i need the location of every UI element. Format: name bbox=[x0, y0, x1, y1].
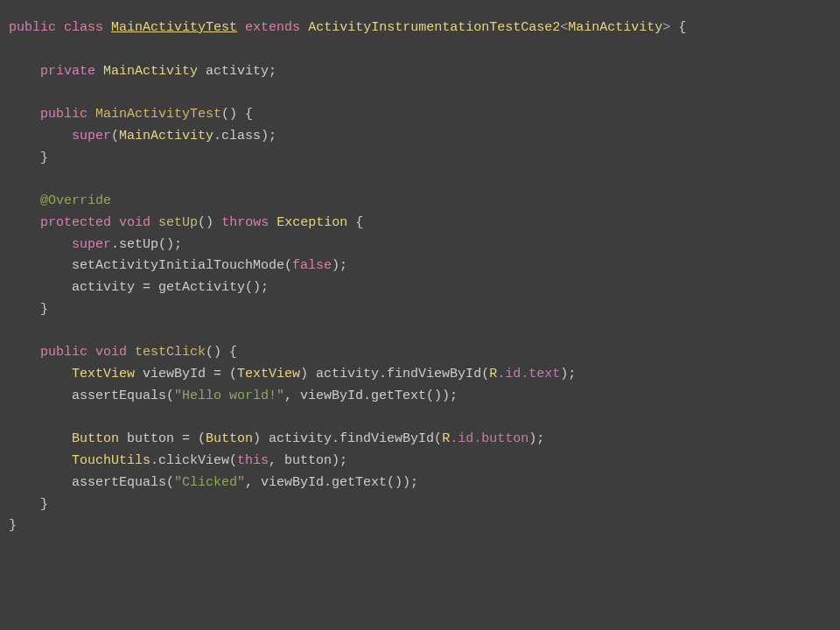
generic-close: > bbox=[662, 20, 670, 35]
set-touch-mode: setActivityInitialTouchMode( bbox=[72, 258, 292, 273]
r-class-2: R bbox=[442, 431, 450, 446]
var-viewbyid: viewById = ( bbox=[143, 367, 237, 382]
assert-rest-2: , viewById.getText()); bbox=[245, 475, 418, 490]
brace-close: } bbox=[40, 302, 48, 317]
call-end: ); bbox=[332, 258, 347, 273]
clickview-call: .clickView( bbox=[150, 453, 237, 468]
keyword-public: public bbox=[40, 107, 88, 122]
r-id-text: .id.text bbox=[497, 367, 560, 382]
findviewbyid-button: ) activity.findViewById( bbox=[253, 431, 442, 446]
class-suffix: .class); bbox=[214, 129, 276, 144]
touchutils-class: TouchUtils bbox=[72, 453, 150, 468]
parens: () bbox=[198, 215, 214, 230]
ctor-params: () { bbox=[221, 107, 253, 122]
button-type: Button bbox=[72, 431, 119, 446]
keyword-super: super bbox=[72, 129, 111, 144]
findviewbyid: ) activity.findViewById( bbox=[300, 367, 489, 382]
keyword-public: public bbox=[9, 20, 56, 35]
constructor-name: MainActivityTest bbox=[95, 107, 221, 122]
brace-open: { bbox=[347, 215, 363, 230]
literal-false: false bbox=[292, 258, 332, 273]
method-rest: () { bbox=[206, 345, 237, 360]
super-class: ActivityInstrumentationTestCase2 bbox=[308, 20, 560, 35]
keyword-private: private bbox=[40, 64, 95, 79]
cast-button: Button bbox=[206, 431, 253, 446]
field-type: MainActivity bbox=[103, 64, 198, 79]
keyword-protected: protected bbox=[40, 215, 111, 230]
r-class: R bbox=[489, 367, 497, 382]
string-clicked: "Clicked" bbox=[174, 475, 245, 490]
field-name: activity; bbox=[206, 64, 276, 79]
code-block: public class MainActivityTest extends Ac… bbox=[0, 0, 840, 546]
line-end-2: ); bbox=[528, 431, 544, 446]
class-name: MainActivityTest bbox=[111, 20, 237, 35]
annotation-override: @Override bbox=[40, 193, 111, 208]
keyword-class: class bbox=[64, 20, 103, 35]
keyword-throws: throws bbox=[221, 215, 269, 230]
keyword-extends: extends bbox=[245, 20, 300, 35]
class-arg: MainActivity bbox=[119, 129, 214, 144]
assert-equals: assertEquals( bbox=[72, 388, 174, 403]
get-activity: activity = getActivity(); bbox=[72, 280, 269, 295]
keyword-super: super bbox=[72, 237, 111, 252]
brace-close-class: } bbox=[9, 518, 17, 533]
keyword-void: void bbox=[95, 345, 127, 360]
assert-equals-2: assertEquals( bbox=[72, 475, 174, 490]
generic-open: < bbox=[560, 20, 568, 35]
line-end: ); bbox=[560, 367, 576, 382]
exception-type: Exception bbox=[276, 215, 347, 230]
brace-close: } bbox=[40, 150, 48, 165]
cast-textview: TextView bbox=[237, 367, 300, 382]
super-setup-call: .setUp(); bbox=[111, 237, 182, 252]
clickview-rest: , button); bbox=[269, 453, 347, 468]
brace-close-method: } bbox=[40, 497, 48, 512]
keyword-public: public bbox=[40, 345, 88, 360]
paren-open: ( bbox=[111, 129, 119, 144]
keyword-void: void bbox=[119, 215, 150, 230]
var-button: button = ( bbox=[127, 431, 206, 446]
r-id-button: .id.button bbox=[450, 431, 528, 446]
assert-rest: , viewById.getText()); bbox=[284, 388, 458, 403]
brace-open: { bbox=[670, 20, 686, 35]
string-hello: "Hello world!" bbox=[174, 388, 284, 403]
textview-type: TextView bbox=[72, 367, 135, 382]
keyword-this: this bbox=[237, 453, 269, 468]
generic-type: MainActivity bbox=[568, 20, 662, 35]
method-testclick: testClick bbox=[135, 345, 206, 360]
method-setup: setUp bbox=[158, 215, 198, 230]
